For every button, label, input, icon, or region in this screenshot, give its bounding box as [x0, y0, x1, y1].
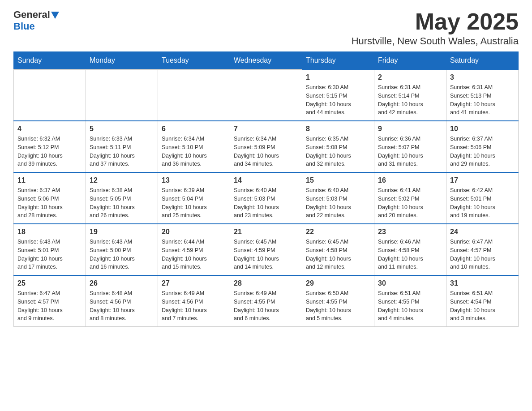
- calendar-cell: 9Sunrise: 6:36 AM Sunset: 5:07 PM Daylig…: [374, 121, 446, 172]
- calendar-cell: 10Sunrise: 6:37 AM Sunset: 5:06 PM Dayli…: [446, 121, 519, 172]
- calendar-cell: 14Sunrise: 6:40 AM Sunset: 5:03 PM Dayli…: [230, 172, 302, 224]
- day-info: Sunrise: 6:51 AM Sunset: 4:54 PM Dayligh…: [450, 289, 515, 323]
- day-info: Sunrise: 6:45 AM Sunset: 4:59 PM Dayligh…: [234, 238, 298, 271]
- day-info: Sunrise: 6:40 AM Sunset: 5:03 PM Dayligh…: [234, 186, 298, 220]
- day-info: Sunrise: 6:32 AM Sunset: 5:12 PM Dayligh…: [17, 135, 82, 168]
- calendar-cell: 21Sunrise: 6:45 AM Sunset: 4:59 PM Dayli…: [230, 224, 302, 275]
- calendar-cell: 5Sunrise: 6:33 AM Sunset: 5:11 PM Daylig…: [86, 121, 158, 172]
- logo: General Blue: [13, 9, 59, 32]
- day-number: 20: [162, 228, 226, 236]
- weekday-header-friday: Friday: [374, 52, 446, 70]
- day-info: Sunrise: 6:41 AM Sunset: 5:02 PM Dayligh…: [378, 186, 442, 220]
- day-number: 4: [17, 125, 82, 133]
- calendar-cell: 28Sunrise: 6:49 AM Sunset: 4:55 PM Dayli…: [230, 275, 302, 327]
- day-number: 17: [450, 176, 515, 184]
- calendar-table: SundayMondayTuesdayWednesdayThursdayFrid…: [13, 51, 519, 327]
- day-number: 1: [306, 73, 370, 81]
- day-info: Sunrise: 6:47 AM Sunset: 4:57 PM Dayligh…: [17, 289, 82, 323]
- day-info: Sunrise: 6:43 AM Sunset: 5:00 PM Dayligh…: [90, 238, 154, 271]
- day-info: Sunrise: 6:50 AM Sunset: 4:55 PM Dayligh…: [306, 289, 370, 323]
- day-number: 10: [450, 125, 515, 133]
- day-info: Sunrise: 6:51 AM Sunset: 4:55 PM Dayligh…: [378, 289, 442, 323]
- day-info: Sunrise: 6:31 AM Sunset: 5:14 PM Dayligh…: [378, 83, 442, 117]
- calendar-week-row: 11Sunrise: 6:37 AM Sunset: 5:06 PM Dayli…: [14, 172, 519, 224]
- day-number: 8: [306, 125, 370, 133]
- day-info: Sunrise: 6:43 AM Sunset: 5:01 PM Dayligh…: [17, 238, 82, 271]
- day-info: Sunrise: 6:35 AM Sunset: 5:08 PM Dayligh…: [306, 135, 370, 168]
- day-info: Sunrise: 6:44 AM Sunset: 4:59 PM Dayligh…: [162, 238, 226, 271]
- weekday-header-row: SundayMondayTuesdayWednesdayThursdayFrid…: [14, 52, 519, 70]
- day-number: 3: [450, 73, 515, 81]
- month-title: May 2025: [352, 9, 519, 34]
- day-number: 24: [450, 228, 515, 236]
- day-info: Sunrise: 6:46 AM Sunset: 4:58 PM Dayligh…: [378, 238, 442, 271]
- logo-blue-text: Blue: [13, 21, 35, 32]
- day-info: Sunrise: 6:49 AM Sunset: 4:56 PM Dayligh…: [162, 289, 226, 323]
- day-number: 25: [17, 279, 82, 287]
- day-number: 26: [90, 279, 154, 287]
- calendar-cell: 26Sunrise: 6:48 AM Sunset: 4:56 PM Dayli…: [86, 275, 158, 327]
- day-number: 30: [378, 279, 442, 287]
- day-number: 6: [162, 125, 226, 133]
- day-number: 2: [378, 73, 442, 81]
- day-number: 22: [306, 228, 370, 236]
- calendar-cell: 23Sunrise: 6:46 AM Sunset: 4:58 PM Dayli…: [374, 224, 446, 275]
- day-info: Sunrise: 6:48 AM Sunset: 4:56 PM Dayligh…: [90, 289, 154, 323]
- calendar-week-row: 4Sunrise: 6:32 AM Sunset: 5:12 PM Daylig…: [14, 121, 519, 172]
- day-info: Sunrise: 6:45 AM Sunset: 4:58 PM Dayligh…: [306, 238, 370, 271]
- calendar-cell: 11Sunrise: 6:37 AM Sunset: 5:06 PM Dayli…: [14, 172, 86, 224]
- weekday-header-tuesday: Tuesday: [158, 52, 230, 70]
- day-info: Sunrise: 6:31 AM Sunset: 5:13 PM Dayligh…: [450, 83, 515, 117]
- day-info: Sunrise: 6:37 AM Sunset: 5:06 PM Dayligh…: [17, 186, 82, 220]
- day-number: 12: [90, 176, 154, 184]
- location-text: Hurstville, New South Wales, Australia: [352, 35, 519, 47]
- calendar-cell: 18Sunrise: 6:43 AM Sunset: 5:01 PM Dayli…: [14, 224, 86, 275]
- day-number: 15: [306, 176, 370, 184]
- calendar-cell: 27Sunrise: 6:49 AM Sunset: 4:56 PM Dayli…: [158, 275, 230, 327]
- day-info: Sunrise: 6:33 AM Sunset: 5:11 PM Dayligh…: [90, 135, 154, 168]
- day-info: Sunrise: 6:30 AM Sunset: 5:15 PM Dayligh…: [306, 83, 370, 117]
- logo-triangle-icon: [51, 12, 59, 20]
- calendar-cell: 8Sunrise: 6:35 AM Sunset: 5:08 PM Daylig…: [302, 121, 374, 172]
- day-number: 28: [234, 279, 298, 287]
- day-info: Sunrise: 6:49 AM Sunset: 4:55 PM Dayligh…: [234, 289, 298, 323]
- calendar-cell: 13Sunrise: 6:39 AM Sunset: 5:04 PM Dayli…: [158, 172, 230, 224]
- calendar-cell: 17Sunrise: 6:42 AM Sunset: 5:01 PM Dayli…: [446, 172, 519, 224]
- day-number: 23: [378, 228, 442, 236]
- calendar-cell: 12Sunrise: 6:38 AM Sunset: 5:05 PM Dayli…: [86, 172, 158, 224]
- weekday-header-monday: Monday: [86, 52, 158, 70]
- logo-general-text: General: [13, 9, 50, 21]
- day-info: Sunrise: 6:34 AM Sunset: 5:10 PM Dayligh…: [162, 135, 226, 168]
- calendar-cell: 7Sunrise: 6:34 AM Sunset: 5:09 PM Daylig…: [230, 121, 302, 172]
- calendar-week-row: 18Sunrise: 6:43 AM Sunset: 5:01 PM Dayli…: [14, 224, 519, 275]
- day-info: Sunrise: 6:34 AM Sunset: 5:09 PM Dayligh…: [234, 135, 298, 168]
- day-number: 29: [306, 279, 370, 287]
- day-info: Sunrise: 6:39 AM Sunset: 5:04 PM Dayligh…: [162, 186, 226, 220]
- day-info: Sunrise: 6:42 AM Sunset: 5:01 PM Dayligh…: [450, 186, 515, 220]
- title-section: May 2025 Hurstville, New South Wales, Au…: [352, 9, 519, 47]
- day-number: 11: [17, 176, 82, 184]
- calendar-cell: 22Sunrise: 6:45 AM Sunset: 4:58 PM Dayli…: [302, 224, 374, 275]
- day-number: 16: [378, 176, 442, 184]
- weekday-header-thursday: Thursday: [302, 52, 374, 70]
- calendar-cell: 30Sunrise: 6:51 AM Sunset: 4:55 PM Dayli…: [374, 275, 446, 327]
- calendar-cell: 6Sunrise: 6:34 AM Sunset: 5:10 PM Daylig…: [158, 121, 230, 172]
- calendar-cell: [158, 69, 230, 121]
- calendar-cell: 19Sunrise: 6:43 AM Sunset: 5:00 PM Dayli…: [86, 224, 158, 275]
- day-number: 9: [378, 125, 442, 133]
- day-info: Sunrise: 6:38 AM Sunset: 5:05 PM Dayligh…: [90, 186, 154, 220]
- weekday-header-saturday: Saturday: [446, 52, 519, 70]
- calendar-cell: [230, 69, 302, 121]
- day-info: Sunrise: 6:37 AM Sunset: 5:06 PM Dayligh…: [450, 135, 515, 168]
- calendar-cell: 2Sunrise: 6:31 AM Sunset: 5:14 PM Daylig…: [374, 69, 446, 121]
- calendar-cell: 24Sunrise: 6:47 AM Sunset: 4:57 PM Dayli…: [446, 224, 519, 275]
- calendar-week-row: 25Sunrise: 6:47 AM Sunset: 4:57 PM Dayli…: [14, 275, 519, 327]
- calendar-cell: 25Sunrise: 6:47 AM Sunset: 4:57 PM Dayli…: [14, 275, 86, 327]
- day-info: Sunrise: 6:36 AM Sunset: 5:07 PM Dayligh…: [378, 135, 442, 168]
- weekday-header-wednesday: Wednesday: [230, 52, 302, 70]
- day-info: Sunrise: 6:40 AM Sunset: 5:03 PM Dayligh…: [306, 186, 370, 220]
- calendar-cell: 4Sunrise: 6:32 AM Sunset: 5:12 PM Daylig…: [14, 121, 86, 172]
- day-number: 27: [162, 279, 226, 287]
- page-header: General Blue May 2025 Hurstville, New So…: [13, 9, 519, 47]
- calendar-cell: 1Sunrise: 6:30 AM Sunset: 5:15 PM Daylig…: [302, 69, 374, 121]
